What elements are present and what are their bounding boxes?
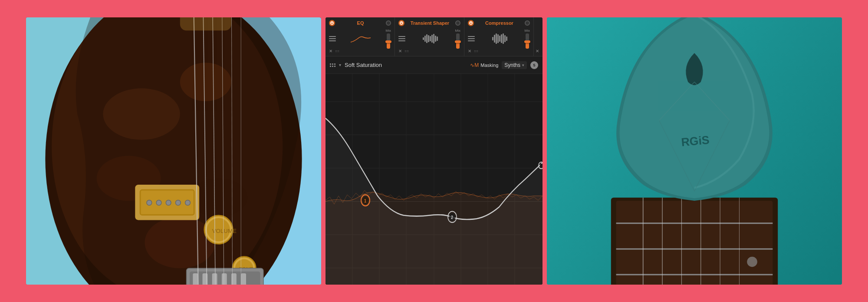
compressor-close-button[interactable]: ✕ <box>468 49 471 53</box>
comp-bar-1 <box>492 37 493 40</box>
transient-waveform <box>407 33 454 44</box>
svg-rect-29 <box>231 273 237 285</box>
panel-right-pick-image: RGiS <box>547 17 842 285</box>
compressor-drag-handle[interactable]: ⠿⠿ <box>474 50 478 53</box>
effect-header-compressor: Compressor <box>468 20 530 26</box>
grid-dot-1 <box>330 63 331 65</box>
masking-button[interactable]: ∿M Masking <box>470 62 498 68</box>
compressor-icon-line-3 <box>468 40 475 41</box>
svg-point-88 <box>747 257 757 267</box>
eq-curve-display <box>338 32 384 45</box>
compressor-mix-container: Mix <box>525 29 530 49</box>
effect-header-transient: Transient Shaper <box>398 20 460 26</box>
svg-rect-28 <box>222 273 227 285</box>
compressor-mix-slider[interactable] <box>526 33 529 49</box>
comp-bar-7 <box>503 33 504 44</box>
effect-module-compressor: Compressor <box>464 17 534 56</box>
waveform-bar-4 <box>428 35 429 42</box>
svg-text:VOLUME: VOLUME <box>212 228 237 234</box>
transient-icon-line-2 <box>398 38 405 39</box>
comp-bar-4 <box>497 34 499 43</box>
eq-close-button[interactable]: ✕ <box>329 49 332 53</box>
compressor-mix-label: Mix <box>525 29 530 33</box>
svg-point-15 <box>175 200 181 206</box>
svg-point-14 <box>166 200 171 206</box>
main-container: VOLUME TONE <box>0 0 868 302</box>
eq-mix-slider[interactable] <box>387 33 390 49</box>
waveform-bar-8 <box>435 36 436 42</box>
svg-rect-27 <box>212 273 217 285</box>
svg-point-13 <box>156 200 161 206</box>
transient-drag-handle[interactable]: ⠿⠿ <box>404 50 409 53</box>
waveform-bar-6 <box>431 35 433 43</box>
grid-row-1 <box>330 63 335 65</box>
transient-mix-container: Mix <box>455 29 460 49</box>
eq-mix-label: Mix <box>386 29 391 33</box>
waveform-bar-5 <box>430 36 431 41</box>
transient-close-button[interactable]: ✕ <box>398 49 402 53</box>
transient-icon-line-1 <box>398 36 405 37</box>
eq-graph-area[interactable]: 1 2 <box>326 74 542 285</box>
waveform-bar-3 <box>426 34 427 43</box>
transient-settings-dot[interactable] <box>455 20 460 26</box>
grid-dot-3 <box>334 63 335 65</box>
toolbar-preset-chevron[interactable]: ▾ <box>339 63 341 67</box>
waveform-bar-1 <box>423 37 424 40</box>
compressor-icon-list <box>468 36 475 41</box>
svg-rect-30 <box>241 273 246 285</box>
effects-row-extra-close: ✕ <box>534 17 542 56</box>
compressor-controls: Mix <box>468 28 530 50</box>
transient-power-button[interactable] <box>398 20 404 26</box>
effect-header-eq: EQ <box>329 20 391 26</box>
compressor-waveform <box>477 33 523 44</box>
eq-controls: Mix <box>329 28 391 50</box>
compressor-label: Compressor <box>474 20 525 26</box>
transient-mix-slider[interactable] <box>456 33 460 49</box>
extra-close-button[interactable]: ✕ <box>536 49 539 53</box>
eq-mix-thumb[interactable] <box>385 40 391 43</box>
grid-dot-6 <box>334 66 335 67</box>
comp-bar-9 <box>506 37 507 41</box>
eq-icon-list <box>329 36 336 41</box>
eq-mix-slider-container: Mix <box>386 29 391 49</box>
eq-icon-line-2 <box>329 38 336 39</box>
preset-name-label: Soft Saturation <box>345 62 467 68</box>
svg-point-67 <box>540 164 542 167</box>
compressor-mix-thumb[interactable] <box>524 40 530 43</box>
masking-waveform-icon: ∿M <box>470 62 479 68</box>
panel-left-guitar-image: VOLUME TONE <box>26 17 321 285</box>
eq-drag-handle[interactable]: ⠿⠿ <box>335 50 339 53</box>
svg-rect-71 <box>616 201 773 285</box>
svg-text:RGiS: RGiS <box>681 133 710 149</box>
waveform-bar-9 <box>437 37 438 41</box>
eq-settings-dot[interactable] <box>386 20 391 26</box>
comp-bar-3 <box>496 33 497 44</box>
channel-dropdown[interactable]: Synths ▾ <box>502 61 527 69</box>
grid-dot-5 <box>332 66 333 67</box>
track-count-badge: 5 <box>530 61 538 69</box>
channel-dropdown-chevron-icon: ▾ <box>522 63 524 67</box>
transient-mix-thumb[interactable] <box>455 40 461 43</box>
transient-icon-line-3 <box>398 40 405 41</box>
comp-bar-8 <box>504 35 506 42</box>
eq-label: EQ <box>335 20 386 26</box>
grid-panel-button[interactable] <box>330 63 335 67</box>
eq-icon-line-1 <box>329 36 336 37</box>
comp-bar-6 <box>501 34 502 43</box>
compressor-icon-line-2 <box>468 38 475 39</box>
waveform-bar-2 <box>424 36 426 42</box>
waveform-bar-7 <box>433 34 434 43</box>
effect-module-eq: EQ Mix <box>326 17 395 56</box>
compressor-settings-dot[interactable] <box>525 20 530 26</box>
masking-label: Masking <box>480 63 498 68</box>
svg-point-12 <box>147 200 152 206</box>
eq-icon-line-3 <box>329 40 336 41</box>
svg-rect-39 <box>180 17 231 30</box>
svg-point-16 <box>185 200 191 206</box>
compressor-power-button[interactable] <box>468 20 474 26</box>
eq-power-button[interactable] <box>329 20 335 26</box>
transient-mix-label: Mix <box>455 29 460 33</box>
svg-text:2: 2 <box>451 215 453 220</box>
transient-icon-list <box>398 36 405 41</box>
compressor-icon-line-1 <box>468 36 475 37</box>
